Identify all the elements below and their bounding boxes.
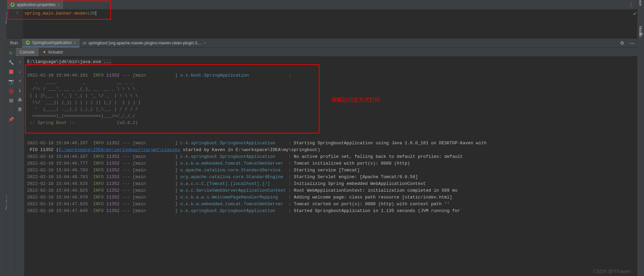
spring-leaf-icon bbox=[10, 2, 15, 7]
run-tab-springboot-app[interactable]: SpringbootApplication × bbox=[22, 39, 79, 47]
console-side-toolbar: ↑ ↓ ⤶ ⤓ 🖶 🗑 bbox=[16, 57, 24, 276]
run-label: Run: bbox=[7, 41, 22, 45]
editor-tab-bar: application.properties × ⋮ bbox=[7, 0, 637, 9]
scroll-down-icon[interactable]: ↓ bbox=[17, 68, 23, 74]
maven-icon: m bbox=[83, 40, 87, 46]
run-toolwindow-header: Run: SpringbootApplication × m springboo… bbox=[7, 38, 637, 48]
console-tab-label: Console bbox=[20, 50, 35, 55]
right-toolwindow-stripe: Database m Maven bbox=[637, 0, 644, 276]
editor-area[interactable]: 1 spring.main.banner-mode=LOG ✔ bbox=[7, 9, 637, 38]
spacer bbox=[8, 107, 14, 113]
close-icon[interactable]: × bbox=[74, 41, 76, 45]
editor-content[interactable]: spring.main.banner-mode=LOG ✔ bbox=[23, 9, 637, 38]
rerun-icon[interactable]: ↻ bbox=[8, 50, 14, 56]
toolwindow-database[interactable]: Database bbox=[639, 0, 643, 6]
property-key: spring.main.banner-mode bbox=[24, 11, 85, 16]
close-icon[interactable]: × bbox=[204, 41, 206, 45]
editor-gutter: 1 bbox=[7, 9, 23, 38]
console-tab-actuator[interactable]: ✦ Actuator bbox=[39, 48, 67, 56]
debug-icon[interactable]: 🐞 bbox=[8, 88, 14, 94]
actuator-icon: ✦ bbox=[43, 50, 46, 55]
pin-icon[interactable]: 📌 bbox=[8, 116, 14, 122]
console-tab-label: Actuator bbox=[48, 50, 63, 55]
close-icon[interactable]: × bbox=[58, 3, 60, 7]
editor-tabs-menu-icon[interactable]: ⋮ bbox=[625, 0, 637, 9]
clear-icon[interactable]: 🗑 bbox=[17, 106, 23, 112]
annotation-text: 横幅以日志方式打印 bbox=[332, 97, 380, 104]
layout-icon[interactable]: ▤ bbox=[8, 97, 14, 103]
settings-gear-icon[interactable]: ⚙ bbox=[617, 40, 627, 46]
analysis-ok-icon[interactable]: ✔ bbox=[633, 10, 637, 17]
soft-wrap-icon[interactable]: ⤶ bbox=[17, 78, 23, 84]
print-icon[interactable]: 🖶 bbox=[17, 97, 23, 103]
line-number: 1 bbox=[7, 11, 18, 16]
scroll-to-end-icon[interactable]: ⤓ bbox=[17, 87, 23, 93]
run-tab-label: SpringbootApplication bbox=[32, 40, 72, 45]
editor-tab-application-properties[interactable]: application.properties × bbox=[7, 0, 64, 9]
watermark: CSDN @ITKaven bbox=[593, 269, 630, 274]
toolwindow-maven[interactable]: Maven bbox=[639, 26, 643, 37]
run-tab-maven[interactable]: m springboot [org.apache.maven.plugins:m… bbox=[80, 39, 209, 47]
wrench-icon[interactable]: 🔧 bbox=[8, 59, 14, 65]
console-tab-console[interactable]: Console bbox=[16, 48, 39, 56]
run-side-toolbar: ↻ 🔧 📷 🐞 ▤ 📌 bbox=[7, 48, 16, 276]
property-value: LOG bbox=[88, 11, 96, 16]
scroll-up-icon[interactable]: ↑ bbox=[17, 59, 23, 65]
run-tab-label: springboot [org.apache.maven.plugins:mav… bbox=[88, 41, 202, 45]
left-toolwindow-stripe: Project Structure bbox=[0, 0, 7, 276]
spring-leaf-icon bbox=[25, 40, 30, 45]
minimize-icon[interactable]: — bbox=[627, 40, 637, 46]
console-output[interactable]: E:\language\jdk\bin\java.exe ... 2022-02… bbox=[24, 57, 637, 276]
stop-icon[interactable] bbox=[8, 69, 14, 75]
console-tab-bar: Console ✦ Actuator bbox=[16, 48, 637, 57]
editor-tab-label: application.properties bbox=[17, 2, 55, 7]
dump-threads-icon[interactable]: 📷 bbox=[8, 78, 14, 84]
